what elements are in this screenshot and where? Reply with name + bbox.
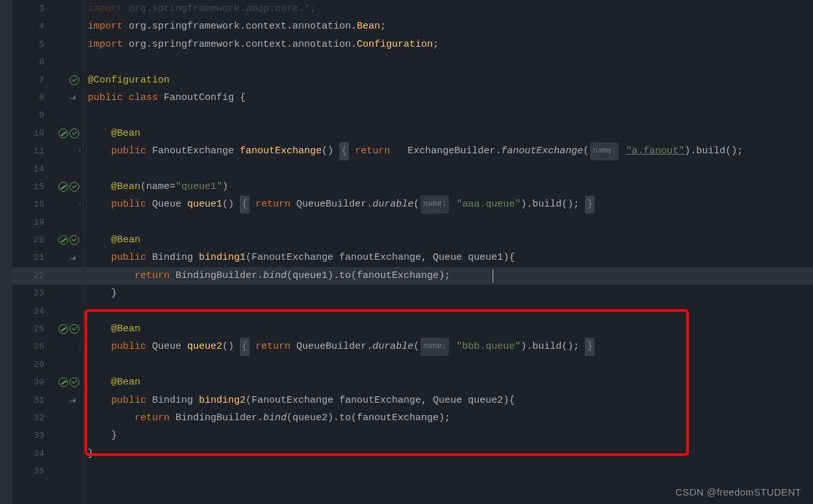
fold-indicator[interactable]: › bbox=[77, 338, 82, 355]
bean-icon[interactable] bbox=[58, 182, 68, 192]
gutter-line[interactable]: 21 bbox=[12, 249, 83, 266]
bean-icon[interactable] bbox=[70, 129, 79, 138]
gutter-line[interactable]: 34 bbox=[12, 445, 83, 462]
gutter-line[interactable]: 9 bbox=[12, 107, 83, 124]
fold-indicator[interactable]: › bbox=[77, 142, 82, 160]
gutter-line[interactable]: 33 bbox=[12, 427, 83, 444]
code-line-current[interactable]: 💡 return BindingBuilder.bind(queue1).to(… bbox=[84, 267, 813, 284]
code-line[interactable]: public class FanoutConfig { bbox=[84, 89, 813, 107]
gutter-line[interactable]: 26› bbox=[12, 338, 83, 355]
code-line[interactable]: import org.springframework.amqp.core.*; bbox=[84, 0, 813, 18]
editor: 3 4 5 6 7 8 9 10 11› 14 15 16› 19 20 21 … bbox=[0, 0, 813, 504]
bean-icon[interactable] bbox=[70, 182, 79, 192]
bean-icon[interactable] bbox=[70, 75, 79, 85]
bean-icon[interactable] bbox=[58, 235, 68, 245]
csdn-watermark: CSDN @freedomSTUDENT bbox=[675, 486, 801, 498]
code-editor[interactable]: import org.springframework.amqp.core.*; … bbox=[84, 0, 813, 504]
gutter-line[interactable]: 6 bbox=[12, 53, 83, 71]
gutter-line[interactable]: 14 bbox=[12, 160, 83, 178]
code-line[interactable]: return BindingBuilder.bind(queue2).to(fa… bbox=[84, 409, 813, 427]
text-caret bbox=[493, 270, 493, 283]
project-tool-strip[interactable] bbox=[0, 0, 12, 504]
gutter-line[interactable]: 15 bbox=[12, 178, 83, 195]
gutter-line[interactable]: 11› bbox=[12, 142, 83, 160]
code-line[interactable]: public Queue queue2() { return QueueBuil… bbox=[84, 338, 813, 355]
navigate-icon[interactable] bbox=[70, 253, 79, 263]
code-line[interactable]: public FanoutExchange fanoutExchange() {… bbox=[84, 142, 813, 160]
gutter-line[interactable]: 35 bbox=[12, 462, 83, 480]
code-line[interactable]: @Bean(name="queue1") bbox=[84, 178, 813, 195]
code-line[interactable]: @Bean bbox=[84, 320, 813, 338]
code-line[interactable]: public Binding binding2(FanoutExchange f… bbox=[84, 392, 813, 409]
param-hint: name: bbox=[420, 195, 449, 213]
bean-icon[interactable] bbox=[70, 235, 79, 245]
gutter-line[interactable]: 23 bbox=[12, 284, 83, 302]
code-line[interactable] bbox=[84, 53, 813, 71]
gutter-line[interactable]: 7 bbox=[12, 71, 83, 89]
gutter-line[interactable]: 3 bbox=[12, 0, 83, 18]
code-line[interactable]: @Bean bbox=[84, 373, 813, 391]
gutter-line[interactable]: 32 bbox=[12, 409, 83, 427]
bean-icon[interactable] bbox=[58, 129, 68, 138]
code-line[interactable]: @Configuration bbox=[84, 71, 813, 89]
gutter-line[interactable]: 25 bbox=[12, 320, 83, 338]
gutter-line[interactable]: 20 bbox=[12, 231, 83, 249]
code-line[interactable] bbox=[84, 107, 813, 124]
gutter-line[interactable]: 10 bbox=[12, 125, 83, 142]
code-line[interactable]: @Bean bbox=[84, 231, 813, 249]
code-line[interactable] bbox=[84, 214, 813, 231]
gutter-line[interactable]: 4 bbox=[12, 18, 83, 35]
code-line[interactable]: } bbox=[84, 284, 813, 302]
code-line[interactable] bbox=[84, 462, 813, 480]
bean-icon[interactable] bbox=[58, 324, 68, 334]
navigate-icon[interactable] bbox=[70, 396, 79, 405]
code-line[interactable]: import org.springframework.context.annot… bbox=[84, 18, 813, 35]
gutter-line[interactable]: 16› bbox=[12, 195, 83, 213]
code-line[interactable]: } bbox=[84, 445, 813, 462]
code-line[interactable]: @Bean bbox=[84, 125, 813, 142]
code-line[interactable] bbox=[84, 303, 813, 320]
gutter: 3 4 5 6 7 8 9 10 11› 14 15 16› 19 20 21 … bbox=[12, 0, 84, 504]
code-line[interactable] bbox=[84, 356, 813, 373]
gutter-line[interactable]: 22 bbox=[12, 267, 83, 284]
gutter-line[interactable]: 24 bbox=[12, 303, 83, 320]
gutter-line[interactable]: 5 bbox=[12, 36, 83, 53]
gutter-line[interactable]: 8 bbox=[12, 89, 83, 107]
code-line[interactable] bbox=[84, 160, 813, 178]
param-hint: name: bbox=[420, 338, 449, 355]
navigate-icon[interactable] bbox=[70, 93, 79, 103]
code-line[interactable]: import org.springframework.context.annot… bbox=[84, 36, 813, 53]
fold-indicator[interactable]: › bbox=[77, 195, 82, 213]
gutter-line[interactable]: 30 bbox=[12, 373, 83, 391]
code-line[interactable]: } bbox=[84, 427, 813, 444]
bean-icon[interactable] bbox=[70, 377, 79, 387]
gutter-line[interactable]: 29 bbox=[12, 356, 83, 373]
gutter-line[interactable]: 19 bbox=[12, 214, 83, 231]
code-line[interactable]: public Queue queue1() { return QueueBuil… bbox=[84, 195, 813, 213]
bean-icon[interactable] bbox=[58, 377, 68, 387]
param-hint: name: bbox=[590, 142, 619, 160]
gutter-line[interactable]: 31 bbox=[12, 392, 83, 409]
bean-icon[interactable] bbox=[70, 324, 79, 334]
code-line[interactable]: public Binding binding1(FanoutExchange f… bbox=[84, 249, 813, 266]
